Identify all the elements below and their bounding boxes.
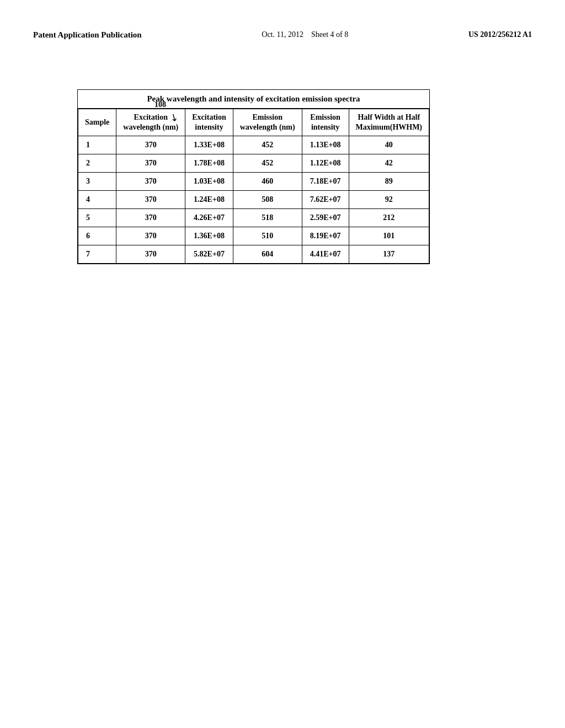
cell-em-wl: 452 bbox=[233, 154, 302, 173]
table-container: Peak wavelength and intensity of excitat… bbox=[77, 89, 430, 264]
cell-em-int: 7.62E+07 bbox=[302, 191, 349, 209]
table-row: 43701.24E+085087.62E+0792 bbox=[78, 191, 429, 209]
table-row: 73705.82E+076044.41E+07137 bbox=[78, 245, 429, 264]
cell-sample: 3 bbox=[78, 173, 116, 191]
cell-exc-int: 5.82E+07 bbox=[185, 245, 233, 264]
cell-sample: 4 bbox=[78, 191, 116, 209]
cell-em-int: 8.19E+07 bbox=[302, 227, 349, 245]
cell-em-wl: 452 bbox=[233, 136, 302, 154]
patent-header-center: Oct. 11, 2012 Sheet 4 of 8 bbox=[262, 30, 348, 39]
table-row: 53704.26E+075182.59E+07212 bbox=[78, 209, 429, 227]
cell-em-int: 1.13E+08 bbox=[302, 136, 349, 154]
cell-em-wl: 510 bbox=[233, 227, 302, 245]
cell-exc-wl: 370 bbox=[116, 245, 185, 264]
cell-hwhm: 137 bbox=[349, 245, 429, 264]
cell-hwhm: 92 bbox=[349, 191, 429, 209]
patent-header-left: Patent Application Publication bbox=[33, 30, 142, 40]
cell-exc-int: 1.78E+08 bbox=[185, 154, 233, 173]
cell-exc-int: 1.36E+08 bbox=[185, 227, 233, 245]
cell-em-wl: 604 bbox=[233, 245, 302, 264]
table-row: 63701.36E+085108.19E+07101 bbox=[78, 227, 429, 245]
cell-sample: 1 bbox=[78, 136, 116, 154]
cell-exc-wl: 370 bbox=[116, 191, 185, 209]
cell-sample: 7 bbox=[78, 245, 116, 264]
cell-em-wl: 518 bbox=[233, 209, 302, 227]
cell-em-int: 2.59E+07 bbox=[302, 209, 349, 227]
patent-header-right: US 2012/256212 A1 bbox=[468, 30, 532, 39]
cell-exc-int: 1.24E+08 bbox=[185, 191, 233, 209]
cell-hwhm: 89 bbox=[349, 173, 429, 191]
cell-em-wl: 508 bbox=[233, 191, 302, 209]
col-sample: Sample bbox=[78, 109, 116, 136]
cell-em-wl: 460 bbox=[233, 173, 302, 191]
cell-exc-int: 4.26E+07 bbox=[185, 209, 233, 227]
cell-exc-wl: 370 bbox=[116, 227, 185, 245]
col-em-wavelength: Emissionwavelength (nm) bbox=[233, 109, 302, 136]
col-exc-intensity: Excitationintensity bbox=[185, 109, 233, 136]
data-table: Sample Excitationwavelength (nm) Excitat… bbox=[78, 109, 429, 264]
cell-sample: 5 bbox=[78, 209, 116, 227]
cell-exc-wl: 370 bbox=[116, 173, 185, 191]
cell-exc-wl: 370 bbox=[116, 136, 185, 154]
cell-em-int: 4.41E+07 bbox=[302, 245, 349, 264]
col-em-intensity: Emissionintensity bbox=[302, 109, 349, 136]
cell-hwhm: 101 bbox=[349, 227, 429, 245]
table-title: Peak wavelength and intensity of excitat… bbox=[78, 90, 429, 109]
col-hwhm: Half Width at HalfMaximum(HWHM) bbox=[349, 109, 429, 136]
cell-hwhm: 42 bbox=[349, 154, 429, 173]
reference-number: 108 bbox=[154, 100, 166, 109]
table-row: 33701.03E+084607.18E+0789 bbox=[78, 173, 429, 191]
cell-exc-int: 1.33E+08 bbox=[185, 136, 233, 154]
cell-hwhm: 212 bbox=[349, 209, 429, 227]
cell-em-int: 1.12E+08 bbox=[302, 154, 349, 173]
cell-hwhm: 40 bbox=[349, 136, 429, 154]
table-row: 23701.78E+084521.12E+0842 bbox=[78, 154, 429, 173]
table-row: 13701.33E+084521.13E+0840 bbox=[78, 136, 429, 154]
cell-exc-wl: 370 bbox=[116, 209, 185, 227]
cell-em-int: 7.18E+07 bbox=[302, 173, 349, 191]
cell-sample: 6 bbox=[78, 227, 116, 245]
cell-exc-wl: 370 bbox=[116, 154, 185, 173]
cell-sample: 2 bbox=[78, 154, 116, 173]
cell-exc-int: 1.03E+08 bbox=[185, 173, 233, 191]
